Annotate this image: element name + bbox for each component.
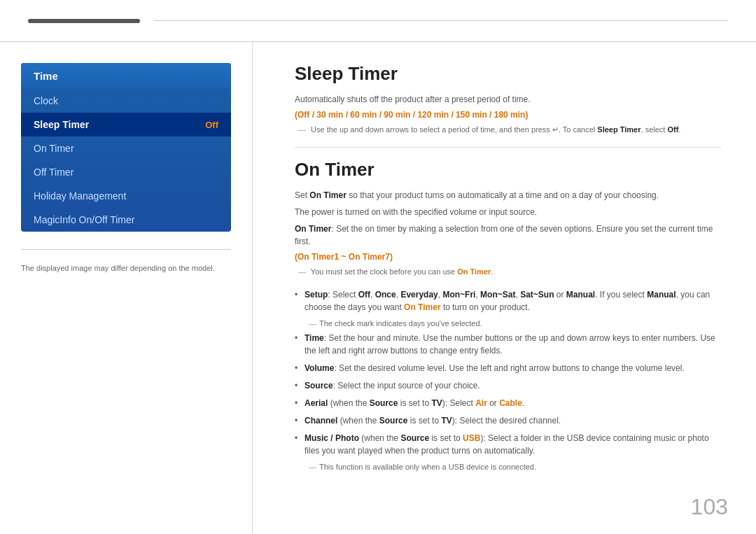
subnote-usb: This function is available only when a U…: [295, 463, 721, 471]
sidebar: Time Clock Sleep Timer Off On Timer Off …: [0, 42, 252, 534]
on-timer-desc1: Set On Timer so that your product turns …: [295, 189, 721, 202]
bullet-music-photo: Music / Photo (when the Source is set to…: [295, 432, 721, 457]
sidebar-menu: Time Clock Sleep Timer Off On Timer Off …: [21, 63, 231, 232]
on-timer-desc2: The power is turned on with the specifie…: [295, 206, 721, 218]
sleep-timer-title: Sleep Timer: [295, 63, 721, 85]
sidebar-item-clock[interactable]: Clock: [21, 89, 231, 113]
on-timer-desc3: On Timer: Set the on timer by making a s…: [295, 223, 721, 248]
sidebar-item-clock-label: Clock: [34, 95, 58, 106]
sidebar-item-magicinfo[interactable]: MagicInfo On/Off Timer: [21, 208, 231, 232]
sidebar-item-off-timer-label: Off Timer: [34, 167, 74, 178]
sidebar-item-holiday[interactable]: Holiday Management: [21, 184, 231, 208]
bullet-aerial: Aerial (when the Source is set to TV): S…: [295, 397, 721, 409]
bullet-channel: Channel (when the Source is set to TV): …: [295, 414, 721, 427]
sidebar-item-on-timer[interactable]: On Timer: [21, 136, 231, 160]
top-bar-divider: [154, 20, 728, 21]
sleep-timer-options: (Off / 30 min / 60 min / 90 min / 120 mi…: [295, 110, 721, 120]
subnote-checkmark: The check mark indicates days you've sel…: [295, 319, 721, 328]
on-timer-clock-note: You must set the clock before you can us…: [295, 267, 721, 276]
on-timer-title: On Timer: [295, 159, 721, 181]
sidebar-item-sleep-timer-value: Off: [205, 120, 218, 130]
top-bar-accent: [28, 19, 140, 23]
main-layout: Time Clock Sleep Timer Off On Timer Off …: [0, 42, 756, 534]
sleep-timer-note: Use the up and down arrows to select a p…: [295, 125, 721, 134]
sidebar-item-sleep-timer-label: Sleep Timer: [34, 119, 89, 130]
bullet-volume: Volume: Set the desired volume level. Us…: [295, 362, 721, 374]
sidebar-divider: [21, 249, 231, 250]
bullet-setup: Setup: Select Off, Once, Everyday, Mon~F…: [295, 288, 721, 314]
sidebar-note: The displayed image may differ depending…: [0, 260, 252, 276]
page-number: 103: [691, 494, 728, 520]
sidebar-item-magicinfo-label: MagicInfo On/Off Timer: [34, 214, 134, 225]
sidebar-menu-title: Time: [21, 63, 231, 89]
top-bar: [0, 0, 756, 42]
on-timer-options: (On Timer1 ~ On Timer7): [295, 252, 721, 262]
section-separator: [295, 147, 721, 148]
on-timer-bullet-list-2: Time: Set the hour and minute. Use the n…: [295, 332, 721, 457]
sidebar-item-on-timer-label: On Timer: [34, 143, 74, 154]
on-timer-bullet-list: Setup: Select Off, Once, Everyday, Mon~F…: [295, 288, 721, 314]
sleep-timer-desc: Automatically shuts off the product afte…: [295, 93, 721, 106]
bullet-time: Time: Set the hour and minute. Use the n…: [295, 332, 721, 357]
sidebar-item-sleep-timer[interactable]: Sleep Timer Off: [21, 113, 231, 136]
main-content: Sleep Timer Automatically shuts off the …: [252, 42, 756, 534]
sidebar-item-holiday-label: Holiday Management: [34, 190, 126, 202]
sidebar-item-off-timer[interactable]: Off Timer: [21, 160, 231, 184]
bullet-source: Source: Select the input source of your …: [295, 379, 721, 392]
